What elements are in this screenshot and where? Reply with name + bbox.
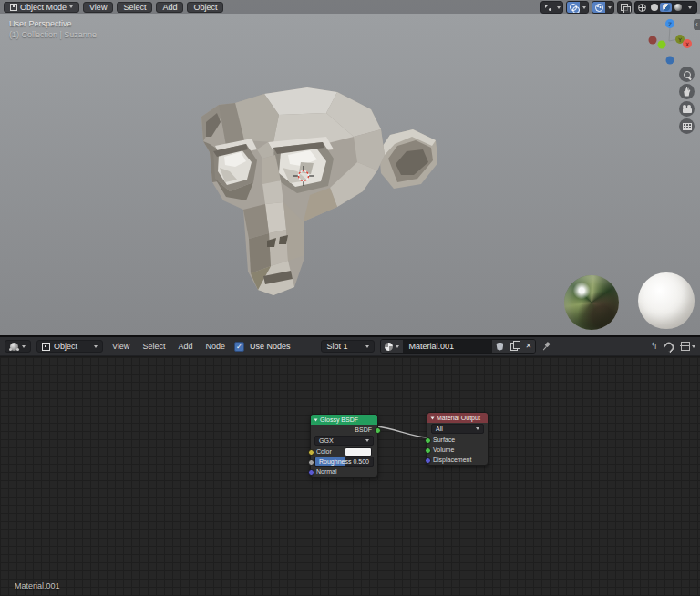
menu-add[interactable]: Add [156,2,183,13]
normal-input-label: Normal [316,468,337,475]
shading-rendered-button[interactable] [672,3,684,12]
editor-overlays-dropdown[interactable] [681,342,695,351]
use-nodes-label: Use Nodes [250,342,291,351]
collapse-icon[interactable] [431,416,435,419]
output-target-value: All [436,426,443,432]
chevron-down-icon [22,345,26,348]
distribution-dropdown[interactable]: GGX [314,436,374,446]
object-mode-icon [10,4,17,11]
color-input-socket[interactable] [308,449,314,456]
overlays-dropdown[interactable] [580,2,588,13]
svg-text:Y: Y [677,36,682,43]
output-node-header[interactable]: Material Output [427,413,488,423]
gizmos-toggle[interactable] [540,1,563,14]
glossy-node-title: Glossy BSDF [320,416,358,423]
gizmos-icon [545,5,551,11]
new-material-button[interactable] [507,340,521,353]
shading-dropdown[interactable] [684,3,695,12]
diffuse-preview-sphere [638,272,695,329]
ortho-grid-icon [683,123,692,130]
chevron-down-icon [476,427,479,430]
shading-solid-button[interactable] [648,3,660,12]
object-data-icon [42,343,50,351]
chevron-down-icon [396,345,399,348]
pin-button[interactable] [541,338,551,355]
bsdf-output-row: BSDF [311,425,377,435]
normal-input-socket[interactable] [308,469,314,476]
chevron-down-icon [608,6,612,9]
parent-tree-button[interactable]: ↰ [651,342,658,351]
shading-lookdev-button[interactable] [660,3,672,12]
xray-toggle[interactable] [617,1,632,14]
shading-sphere-toggle[interactable] [592,1,614,14]
editor-type-dropdown[interactable] [5,340,31,353]
material-browse-dropdown[interactable] [381,340,403,353]
unlink-material-button[interactable]: ✕ [521,340,535,353]
axis-pos-y-ball [658,41,666,49]
bsdf-output-socket[interactable] [375,427,381,434]
menu-object[interactable]: Object [187,2,223,13]
chevron-down-icon [365,345,369,348]
snap-button[interactable] [664,338,674,355]
shader-header-right: ↰ [651,338,695,355]
viewport-3d[interactable]: Object Mode View Select Add Object [0,0,700,336]
fake-user-button[interactable] [492,340,507,353]
color-input-label: Color [316,448,332,455]
blender-window: Object Mode View Select Add Object [0,0,700,596]
material-name-field[interactable]: Material.001 [403,340,492,353]
ortho-toggle-button[interactable] [679,118,695,134]
color-input-row: Color [311,447,377,457]
glossy-node-header[interactable]: Glossy BSDF [311,415,377,425]
roughness-input-socket[interactable] [308,459,314,466]
menu-select[interactable]: Select [117,2,152,13]
material-slot-dropdown[interactable]: Slot 1 [321,340,375,353]
shading-sphere-dropdown[interactable] [605,2,613,13]
surface-input-row: Surface [427,435,488,445]
collapse-icon[interactable] [314,418,318,421]
chevron-down-icon [557,6,561,9]
solid-shading-icon [651,4,658,11]
gizmos-dropdown[interactable] [554,2,562,13]
navigation-gizmo[interactable]: Z Y X [643,13,698,69]
use-nodes-checkbox[interactable]: ✓ [234,342,244,352]
shader-editor-header: Object View Select Add Node ✓ Use Nodes … [0,337,700,356]
overlays-toggle[interactable] [566,1,589,14]
shading-mode-pills [634,1,697,14]
color-swatch[interactable] [345,447,372,457]
axis-neg-x-ball [649,36,657,45]
menu-add[interactable]: Add [174,342,196,351]
material-datablock: Material.001 ✕ [380,339,536,354]
roughness-input-row: Roughness 0.500 [311,457,377,467]
collection-object-label: (1) Collection | Suzanne [9,29,97,40]
suzanne-model[interactable] [173,64,438,328]
editor-overlays-icon [681,342,690,351]
volume-input-socket[interactable] [425,447,431,454]
distribution-value: GGX [319,437,334,444]
shader-scope-dropdown[interactable]: Object [36,340,103,353]
node-material-output[interactable]: Material Output All Surface Volume Displ… [427,412,489,466]
menu-view[interactable]: View [83,2,113,13]
svg-text:X: X [685,41,689,47]
surface-input-socket[interactable] [425,437,431,444]
node-editor-canvas[interactable]: Glossy BSDF BSDF GGX Color Roughness [0,357,700,596]
sidebar-toggle-arrow[interactable]: ‹ [694,19,700,30]
camera-view-button[interactable] [679,101,695,117]
pan-button[interactable] [679,84,695,99]
node-glossy-bsdf[interactable]: Glossy BSDF BSDF GGX Color Roughness [310,414,378,478]
displacement-input-socket[interactable] [425,457,431,464]
shading-wireframe-button[interactable] [636,3,648,12]
roughness-label: Roughness [319,457,351,466]
menu-view[interactable]: View [108,342,133,351]
mode-dropdown[interactable]: Object Mode [4,2,79,13]
roughness-slider[interactable]: Roughness 0.500 [314,457,374,467]
displacement-input-label: Displacement [433,457,471,463]
rendered-shading-icon [674,4,682,11]
overlays-icon [570,4,577,11]
menu-node[interactable]: Node [201,342,229,351]
menu-select[interactable]: Select [139,342,169,351]
shader-editor-icon [10,343,18,351]
volume-input-label: Volume [433,447,454,453]
unlink-icon: ✕ [525,343,531,350]
zoom-button[interactable] [679,67,695,82]
output-target-dropdown[interactable]: All [431,424,484,434]
